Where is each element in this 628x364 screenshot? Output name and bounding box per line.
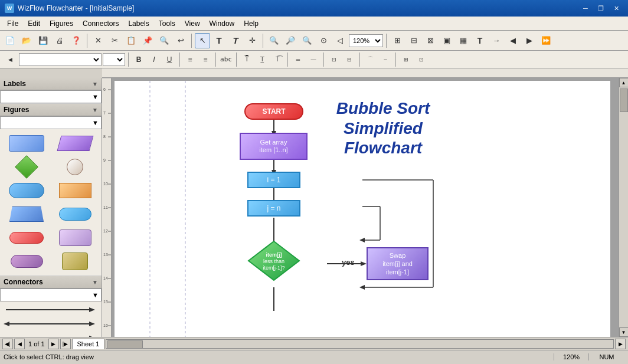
page-first-button[interactable]: ◀| bbox=[2, 339, 13, 349]
scroll-up-button[interactable]: ▲ bbox=[619, 78, 629, 87]
canvas-area[interactable]: Bubble Sort Simplified Flowchart bbox=[112, 78, 619, 337]
text-style1[interactable]: T̄ bbox=[240, 53, 254, 66]
text-button[interactable]: T bbox=[211, 33, 227, 48]
shape-trapezoid[interactable] bbox=[4, 204, 50, 225]
menu-figures[interactable]: Figures bbox=[45, 18, 78, 29]
grid-button[interactable]: ⊞ bbox=[390, 33, 405, 48]
misc-btn1[interactable]: ⊞ bbox=[399, 53, 413, 66]
open-button[interactable]: 📂 bbox=[19, 33, 34, 48]
close-button[interactable]: ✕ bbox=[609, 2, 623, 14]
border-style2[interactable]: ⊟ bbox=[342, 53, 356, 66]
paste-button[interactable]: 📌 bbox=[140, 33, 155, 48]
menu-edit[interactable]: Edit bbox=[23, 18, 45, 29]
connectors-dropdown[interactable]: ▼ bbox=[0, 288, 102, 301]
shape-circle[interactable] bbox=[52, 156, 98, 178]
horizontal-scrollbar[interactable] bbox=[106, 339, 614, 349]
next-button[interactable]: ▶ bbox=[522, 33, 537, 48]
menu-labels[interactable]: Labels bbox=[123, 18, 153, 29]
shape-parallelogram[interactable] bbox=[52, 133, 98, 154]
zoom-prev-button[interactable]: ◁ bbox=[332, 33, 348, 48]
connector-simple-right[interactable] bbox=[4, 332, 98, 337]
page-last-button[interactable]: |▶ bbox=[60, 339, 71, 349]
process-i-equals-1[interactable]: i = 1 bbox=[247, 172, 300, 188]
arrow-right-button[interactable]: → bbox=[489, 33, 504, 48]
figures-dropdown[interactable]: ▼ bbox=[0, 116, 102, 129]
shape-rect-blue[interactable] bbox=[4, 133, 50, 154]
shape-diamond[interactable] bbox=[4, 156, 50, 178]
new-button[interactable]: 📄 bbox=[2, 33, 18, 48]
style1-button[interactable]: ▣ bbox=[439, 33, 454, 48]
delete-button[interactable]: ✕ bbox=[90, 33, 106, 48]
menu-window[interactable]: Window bbox=[205, 18, 240, 29]
process-get-array[interactable]: Get arrayitem [1..n] bbox=[240, 133, 308, 160]
menu-view[interactable]: View bbox=[180, 18, 205, 29]
border-style1[interactable]: ⊡ bbox=[327, 53, 341, 66]
cut-button[interactable]: ✂ bbox=[107, 33, 122, 48]
font-size-select[interactable] bbox=[103, 53, 125, 66]
vertical-scrollbar[interactable]: ▲ ▼ bbox=[619, 78, 628, 337]
shape-purple-pill[interactable] bbox=[4, 251, 50, 272]
figures-header[interactable]: Figures ▼ bbox=[0, 104, 102, 116]
print-button[interactable]: 🖨 bbox=[52, 33, 67, 48]
move-button[interactable]: ✛ bbox=[244, 33, 260, 48]
end-button[interactable]: ⏩ bbox=[538, 33, 554, 48]
copy-button[interactable]: 📋 bbox=[123, 33, 139, 48]
page-next-button[interactable]: ▶ bbox=[48, 339, 59, 349]
shape-cylinder[interactable] bbox=[52, 251, 98, 272]
connector-arrow-right[interactable] bbox=[4, 304, 98, 316]
hscroll-right-button[interactable]: ▶ bbox=[615, 339, 626, 349]
restore-button[interactable]: ❐ bbox=[594, 2, 608, 14]
scroll-track-v[interactable] bbox=[619, 87, 628, 327]
text2-button[interactable]: T bbox=[228, 33, 243, 48]
page-prev-button[interactable]: ◀ bbox=[14, 339, 25, 349]
menu-connectors[interactable]: Connectors bbox=[78, 18, 123, 29]
zoom-reset-button[interactable]: ⊙ bbox=[316, 33, 331, 48]
labels-header[interactable]: Labels ▼ bbox=[0, 78, 102, 90]
menu-tools[interactable]: Tools bbox=[154, 18, 180, 29]
bold-button[interactable]: B bbox=[132, 53, 146, 66]
decision-shape[interactable]: item[j] less than item[j-1]? bbox=[247, 240, 300, 281]
save-button[interactable]: 💾 bbox=[35, 33, 51, 48]
zoom-fit-button[interactable]: 🔍 bbox=[266, 33, 282, 48]
shape-orange[interactable] bbox=[52, 180, 98, 201]
undo-button[interactable]: ↩ bbox=[173, 33, 188, 48]
scroll-down-button[interactable]: ▼ bbox=[619, 327, 629, 337]
zoom-out-button[interactable]: 🔍 bbox=[299, 33, 315, 48]
start-shape[interactable]: START bbox=[244, 103, 303, 120]
sheet-tab[interactable]: Sheet 1 bbox=[72, 339, 105, 349]
text-style2[interactable]: T̲ bbox=[255, 53, 269, 66]
menu-file[interactable]: File bbox=[2, 18, 23, 29]
text-style3[interactable]: T͡ bbox=[270, 53, 284, 66]
shape-pill-red[interactable] bbox=[4, 227, 50, 248]
shape-rounded-blue[interactable] bbox=[4, 180, 50, 201]
help-button[interactable]: ❓ bbox=[68, 33, 84, 48]
align-button[interactable]: ⊟ bbox=[406, 33, 421, 48]
underline-button[interactable]: U bbox=[162, 53, 176, 66]
select-button[interactable]: ↖ bbox=[195, 33, 210, 48]
font-color-button[interactable]: abc bbox=[219, 53, 233, 66]
connector-double-arrow[interactable] bbox=[4, 318, 98, 330]
hscroll-thumb[interactable] bbox=[107, 340, 143, 349]
font-family-select[interactable] bbox=[19, 53, 102, 66]
line-style1[interactable]: ═ bbox=[291, 53, 305, 66]
line-style2[interactable]: — bbox=[306, 53, 320, 66]
minimize-button[interactable]: ─ bbox=[578, 2, 593, 14]
connector-style1[interactable]: ⌒ bbox=[363, 53, 377, 66]
align-center-button[interactable]: ≡ bbox=[198, 53, 212, 66]
scroll-thumb-v[interactable] bbox=[620, 88, 628, 112]
process-j-equals-n[interactable]: j = n bbox=[247, 200, 300, 217]
fmt-nav1[interactable]: ◀ bbox=[2, 52, 18, 67]
align-left-button[interactable]: ≡ bbox=[183, 53, 197, 66]
italic-button[interactable]: I bbox=[147, 53, 161, 66]
connectors-header[interactable]: Connectors ▼ bbox=[0, 276, 102, 288]
zoom-in-button[interactable]: 🔎 bbox=[283, 33, 298, 48]
prev-button[interactable]: ◀ bbox=[505, 33, 521, 48]
zoom-select[interactable]: 50%75%100%120%150%200% bbox=[349, 34, 383, 47]
find-button[interactable]: 🔍 bbox=[156, 33, 172, 48]
labels-dropdown[interactable]: ▼ bbox=[0, 90, 102, 103]
connector-style2[interactable]: ⌣ bbox=[378, 53, 392, 66]
text3-button[interactable]: T bbox=[472, 33, 488, 48]
layers-button[interactable]: ⊠ bbox=[423, 33, 438, 48]
misc-btn2[interactable]: ⊡ bbox=[414, 53, 429, 66]
process-swap[interactable]: Swapitem[j] anditem[j-1] bbox=[367, 247, 429, 280]
